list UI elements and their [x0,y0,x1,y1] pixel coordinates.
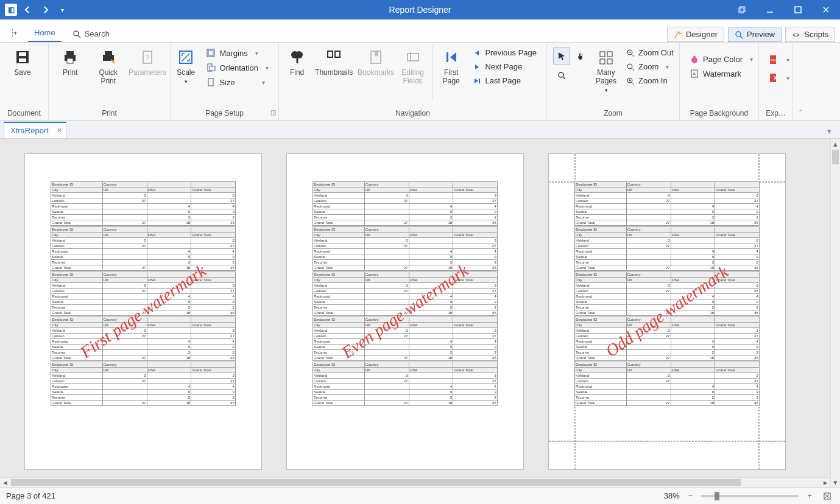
horizontal-scrollbar[interactable]: ◂ ▸ [0,477,830,487]
scroll-down[interactable]: ▾ [831,477,840,487]
save-button[interactable]: Save [4,45,41,79]
vscroll-thumb[interactable] [832,150,839,164]
mode-scripts[interactable]: <> Scripts [785,27,835,42]
svg-point-38 [559,72,563,77]
preview-page[interactable]: Employee IDCountryCityUKUSAGrand TotalKi… [24,153,262,470]
page-content: Employee IDCountryCityUKUSAGrand TotalKi… [51,181,236,442]
svg-text:PDF: PDF [771,58,778,62]
zoom-value: 38% [664,491,680,500]
scale-button[interactable]: Scale▾ [174,45,197,88]
bookmarks-button[interactable]: Bookmarks [356,45,395,79]
window-title: Report Designer [389,5,451,15]
svg-line-48 [632,68,634,71]
maximize-button[interactable] [784,0,812,19]
size-button[interactable]: Size▾ [202,75,272,89]
document-tab-strip: XtraReport ✕ ▾ [0,121,840,139]
svg-rect-40 [600,52,605,57]
scroll-up[interactable]: ▴ [831,139,840,149]
statusbar: Page 3 of 421 38% − + [0,487,840,504]
qa-dropdown[interactable]: ▾ [55,2,69,17]
undo-button[interactable] [21,2,35,17]
quick-print-button[interactable]: Quick Print [91,45,127,88]
scroll-left[interactable]: ◂ [0,478,10,487]
svg-line-52 [632,82,634,85]
hand-tool[interactable] [573,47,590,65]
editing-fields-button[interactable]: Editing Fields [398,45,428,88]
vertical-scrollbar[interactable]: ▴ ▾ [830,139,840,487]
svg-point-29 [295,51,303,58]
close-tab-icon[interactable]: ✕ [57,127,62,135]
svg-rect-6 [12,35,13,37]
preview-page[interactable]: Employee IDCountryCityUKUSAGrand TotalKi… [548,153,786,470]
file-menu[interactable]: ▾ [5,24,23,42]
minimize-button[interactable] [756,0,784,19]
zoom-slider[interactable] [701,495,799,497]
preview-workspace: Employee IDCountryCityUKUSAGrand TotalKi… [0,139,840,487]
close-button[interactable] [812,0,840,19]
find-button[interactable]: Find [283,45,311,79]
tab-search[interactable]: Search [66,26,116,42]
svg-point-47 [627,64,632,69]
svg-text:<>: <> [792,32,800,38]
thumbnails-button[interactable]: Thumbnails [314,45,354,79]
zoom-in-small[interactable]: + [805,490,814,502]
svg-point-9 [736,32,741,37]
mode-designer[interactable]: Designer [667,27,724,42]
svg-rect-31 [328,51,333,57]
zoom-out-small[interactable]: − [686,490,696,502]
tab-home[interactable]: Home [28,24,62,42]
doc-tabs-dropdown[interactable]: ▾ [822,124,836,138]
scale-icon [177,47,194,67]
doc-tab-xtrareport[interactable]: XtraReport ✕ [4,122,66,138]
previous-page-button[interactable]: Previous Page [469,46,540,59]
svg-rect-34 [408,54,418,61]
group-pagebg-label: Page Background [680,108,758,120]
svg-rect-1 [740,7,745,12]
svg-point-7 [74,31,79,36]
many-pages-icon [598,47,615,67]
zoom-dropdown[interactable]: Zoom▾ [623,60,677,73]
svg-text:?: ? [146,54,150,62]
ribbon-tab-strip: ▾ Home Search Designer Preview <> Script… [0,19,840,43]
page-info: Page 3 of 421 [6,491,55,500]
save-icon [14,47,31,67]
group-navigation-label: Navigation [279,108,546,120]
mode-preview[interactable]: Preview [728,27,782,42]
svg-rect-3 [795,7,801,13]
last-page-button[interactable]: Last Page [469,74,540,87]
scripts-label: Scripts [804,30,828,39]
next-page-button[interactable]: Next Page [469,60,540,73]
svg-rect-5 [12,32,13,33]
watermark-button[interactable]: A Watermark [686,67,757,80]
redo-button[interactable] [38,2,52,17]
zoom-fit[interactable] [821,491,834,502]
preview-label: Preview [747,30,775,39]
page-content: Employee IDCountryCityUKUSAGrand TotalKi… [574,181,760,442]
app-icon: ◧ [4,2,18,17]
pointer-tool[interactable] [553,47,570,65]
svg-rect-24 [208,51,213,55]
ribbon-collapse[interactable]: ˄ [793,43,808,120]
restore-down-aux[interactable] [728,0,756,19]
parameters-button[interactable]: ? Parameters [129,45,166,79]
page-content: Employee IDCountryCityUKUSAGrand TotalKi… [312,181,498,442]
bookmarks-icon [367,47,384,67]
group-print-label: Print [49,108,170,120]
page-color-button[interactable]: Page Color▾ [686,52,757,66]
zoom-out-button[interactable]: Zoom Out [623,46,677,59]
svg-rect-0 [739,8,744,13]
preview-page[interactable]: Employee IDCountryCityUKUSAGrand TotalKi… [286,153,524,470]
orientation-button[interactable]: Orientation▾ [202,61,272,74]
pagesetup-launcher[interactable]: ◲ [270,109,276,116]
magnifier-tool[interactable] [553,67,570,84]
margins-button[interactable]: Margins▾ [202,46,272,60]
export-pdf-button[interactable]: PDF▾ [765,51,792,68]
scroll-right[interactable]: ▸ [821,478,830,487]
export-send-button[interactable]: ▾ [765,69,792,86]
zoom-in-button[interactable]: Zoom In [623,74,677,87]
print-button[interactable]: Print [52,45,88,79]
first-page-button[interactable]: First Page [438,45,464,88]
many-pages-button[interactable]: Many Pages▾ [595,45,618,97]
svg-rect-18 [103,55,114,61]
hscroll-thumb[interactable] [11,479,741,486]
